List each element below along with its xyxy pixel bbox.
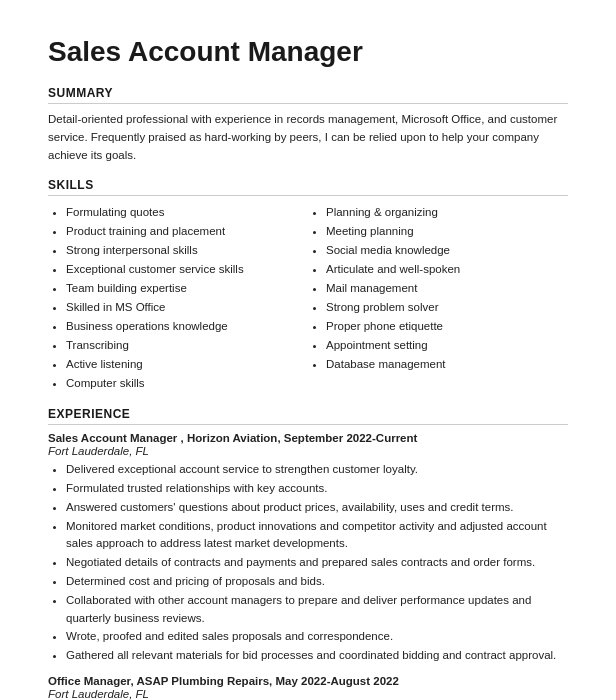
skill-item: Active listening (66, 355, 308, 374)
job-title: Office Manager, ASAP Plumbing Repairs, M… (48, 675, 568, 687)
skill-item: Meeting planning (326, 222, 568, 241)
job-bullets: Delivered exceptional account service to… (48, 461, 568, 665)
bullet-item: Determined cost and pricing of proposals… (66, 573, 568, 591)
bullet-item: Wrote, proofed and edited sales proposal… (66, 628, 568, 646)
skill-item: Strong problem solver (326, 298, 568, 317)
skill-item: Computer skills (66, 374, 308, 393)
skill-item: Product training and placement (66, 222, 308, 241)
bullet-item: Formulated trusted relationships with ke… (66, 480, 568, 498)
skill-item: Planning & organizing (326, 203, 568, 222)
experience-section: EXPERIENCE Sales Account Manager , Horiz… (48, 407, 568, 700)
job-location: Fort Lauderdale, FL (48, 445, 568, 457)
skills-heading: SKILLS (48, 178, 568, 196)
summary-text: Detail-oriented professional with experi… (48, 111, 568, 164)
skills-left-column: Formulating quotesProduct training and p… (48, 203, 308, 393)
experience-heading: EXPERIENCE (48, 407, 568, 425)
summary-heading: SUMMARY (48, 86, 568, 104)
skills-right-list: Planning & organizingMeeting planningSoc… (308, 203, 568, 374)
skill-item: Proper phone etiquette (326, 317, 568, 336)
skills-container: Formulating quotesProduct training and p… (48, 203, 568, 393)
bullet-item: Collaborated with other account managers… (66, 592, 568, 628)
resume-title: Sales Account Manager (48, 36, 568, 68)
job-title: Sales Account Manager , Horizon Aviation… (48, 432, 568, 444)
resume-page: Sales Account Manager SUMMARY Detail-ori… (0, 0, 616, 700)
bullet-item: Answered customers' questions about prod… (66, 499, 568, 517)
skill-item: Social media knowledge (326, 241, 568, 260)
skill-item: Appointment setting (326, 336, 568, 355)
bullet-item: Delivered exceptional account service to… (66, 461, 568, 479)
bullet-item: Negotiated details of contracts and paym… (66, 554, 568, 572)
skill-item: Business operations knowledge (66, 317, 308, 336)
skills-left-list: Formulating quotesProduct training and p… (48, 203, 308, 393)
skill-item: Mail management (326, 279, 568, 298)
jobs-container: Sales Account Manager , Horizon Aviation… (48, 432, 568, 700)
bullet-item: Gathered all relevant materials for bid … (66, 647, 568, 665)
skill-item: Strong interpersonal skills (66, 241, 308, 260)
skill-item: Articulate and well-spoken (326, 260, 568, 279)
skill-item: Formulating quotes (66, 203, 308, 222)
skills-right-column: Planning & organizingMeeting planningSoc… (308, 203, 568, 393)
skill-item: Transcribing (66, 336, 308, 355)
skills-section: SKILLS Formulating quotesProduct trainin… (48, 178, 568, 393)
skill-item: Database management (326, 355, 568, 374)
skill-item: Team building expertise (66, 279, 308, 298)
summary-section: SUMMARY Detail-oriented professional wit… (48, 86, 568, 164)
skill-item: Exceptional customer service skills (66, 260, 308, 279)
bullet-item: Monitored market conditions, product inn… (66, 518, 568, 554)
skill-item: Skilled in MS Office (66, 298, 308, 317)
job-location: Fort Lauderdale, FL (48, 688, 568, 700)
